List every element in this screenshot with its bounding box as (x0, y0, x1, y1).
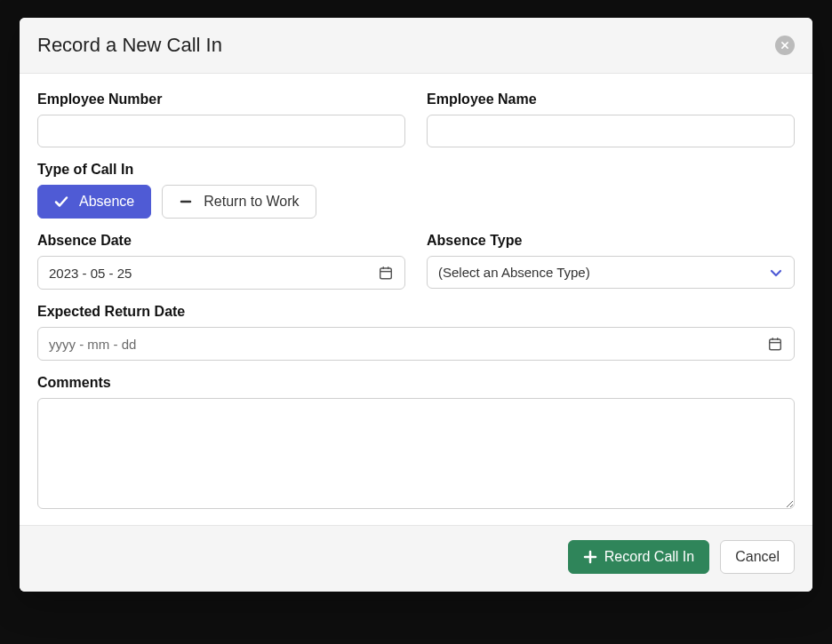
absence-type-placeholder: (Select an Absence Type) (438, 265, 590, 280)
modal-title: Record a New Call In (37, 34, 222, 57)
absence-type-select[interactable]: (Select an Absence Type) (427, 256, 795, 289)
calendar-icon (767, 336, 783, 352)
expected-return-label: Expected Return Date (37, 304, 795, 320)
record-call-in-button[interactable]: Record Call In (568, 540, 709, 574)
expected-return-input[interactable]: yyyy - mm - dd (37, 327, 795, 361)
absence-date-input[interactable]: 2023 - 05 - 25 (37, 256, 405, 290)
employee-name-input[interactable] (427, 115, 795, 147)
absence-toggle-label: Absence (79, 194, 134, 210)
employee-number-input[interactable] (37, 115, 405, 147)
svg-rect-3 (380, 268, 392, 279)
employee-number-label: Employee Number (37, 91, 405, 107)
record-call-in-modal: Record a New Call In Employee Number Emp… (20, 18, 812, 592)
calendar-icon (378, 265, 394, 281)
return-to-work-toggle[interactable]: Return to Work (162, 185, 316, 219)
employee-name-label: Employee Name (427, 91, 795, 107)
plus-icon (583, 550, 597, 564)
close-button[interactable] (775, 36, 795, 55)
absence-toggle[interactable]: Absence (37, 185, 151, 219)
type-of-call-in-label: Type of Call In (37, 162, 795, 178)
svg-rect-7 (770, 339, 781, 350)
call-in-type-group: Absence Return to Work (37, 185, 795, 219)
return-to-work-toggle-label: Return to Work (204, 194, 299, 210)
cancel-button[interactable]: Cancel (720, 540, 795, 574)
expected-return-placeholder: yyyy - mm - dd (49, 337, 136, 352)
close-icon (780, 41, 789, 50)
modal-footer: Record Call In Cancel (20, 525, 812, 592)
comments-label: Comments (37, 375, 795, 391)
dash-icon (179, 195, 193, 209)
cancel-label: Cancel (735, 549, 780, 565)
modal-body: Employee Number Employee Name Type of Ca… (20, 74, 812, 525)
check-icon (54, 195, 68, 209)
absence-type-label: Absence Type (427, 233, 795, 249)
absence-date-value: 2023 - 05 - 25 (49, 266, 132, 281)
record-call-in-label: Record Call In (604, 549, 694, 565)
absence-date-label: Absence Date (37, 233, 405, 249)
comments-textarea[interactable] (37, 398, 795, 509)
chevron-down-icon (769, 266, 783, 280)
modal-header: Record a New Call In (20, 18, 812, 74)
